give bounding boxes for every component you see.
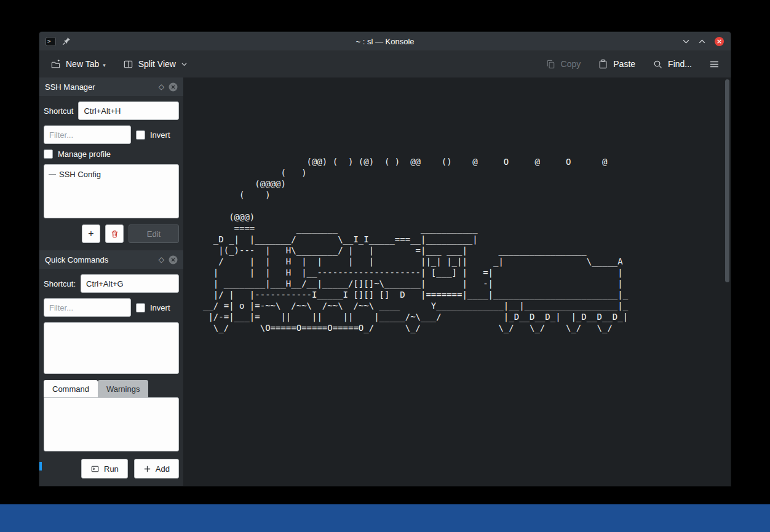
ssh-config-item-label: SSH Config <box>59 170 101 179</box>
close-circle-icon <box>169 255 178 264</box>
tree-branch-icon <box>49 174 56 175</box>
terminal-scrollbar[interactable] <box>725 79 729 484</box>
quick-commands-title: Quick Commands <box>45 255 108 264</box>
sidebar: SSH Manager ◇ <box>39 77 183 486</box>
scrollbar-handle[interactable] <box>725 79 729 282</box>
command-editor[interactable] <box>44 397 179 451</box>
plus-icon <box>143 465 151 473</box>
split-view-label: Split View <box>138 59 176 69</box>
ssh-manager-header[interactable]: SSH Manager ◇ <box>39 77 183 96</box>
desktop: > ~ : sl — Konsole <box>0 0 770 532</box>
delete-profile-button[interactable] <box>105 224 124 243</box>
add-label: Add <box>156 464 170 474</box>
terminal-output[interactable]: (@@) ( ) (@) ( ) @@ () @ O @ O @ ( ) (@@… <box>203 156 628 333</box>
hamburger-icon <box>709 59 720 69</box>
list-item[interactable]: SSH Config <box>44 167 178 181</box>
konsole-window: > ~ : sl — Konsole <box>39 32 731 486</box>
close-circle-icon <box>169 82 178 92</box>
paste-button[interactable]: Paste <box>598 59 635 69</box>
run-button[interactable]: Run <box>81 459 128 478</box>
qc-shortcut-input[interactable] <box>81 274 179 293</box>
float-diamond-icon: ◇ <box>159 256 164 263</box>
find-button[interactable]: Find... <box>653 59 692 69</box>
chevron-down-icon <box>682 38 690 46</box>
tab-warnings[interactable]: Warnings <box>98 380 148 397</box>
add-profile-button[interactable]: + <box>82 224 100 243</box>
ssh-filter-input[interactable] <box>44 125 131 144</box>
run-icon <box>90 464 100 474</box>
split-view-button[interactable]: Split View <box>123 59 188 69</box>
copy-label: Copy <box>561 59 581 69</box>
window-title: ~ : sl — Konsole <box>39 37 731 46</box>
add-command-button[interactable]: Add <box>134 459 179 478</box>
main-toolbar: New Tab ▾ Split View <box>39 50 731 77</box>
copy-button[interactable]: Copy <box>546 59 581 69</box>
manage-profile-label: Manage profile <box>58 149 111 159</box>
paste-label: Paste <box>613 59 635 69</box>
ssh-shortcut-input[interactable] <box>78 101 179 120</box>
menu-button[interactable] <box>709 59 720 69</box>
float-diamond-icon: ◇ <box>159 83 164 90</box>
new-tab-dropdown-caret-icon: ▾ <box>103 62 106 68</box>
float-panel-button[interactable]: ◇ <box>159 256 164 263</box>
ssh-manager-panel: SSH Manager ◇ <box>44 77 179 243</box>
window-controls <box>682 36 724 47</box>
titlebar-left: > <box>46 37 71 46</box>
qc-invert-label: Invert <box>150 303 170 312</box>
chevron-down-icon <box>181 61 188 68</box>
close-panel-button[interactable] <box>169 82 178 92</box>
float-panel-button[interactable]: ◇ <box>159 83 164 90</box>
ssh-invert-checkbox[interactable] <box>136 130 145 140</box>
qc-shortcut-label: Shortcut: <box>44 279 76 288</box>
konsole-app-icon: > <box>46 37 56 46</box>
titlebar[interactable]: > ~ : sl — Konsole <box>39 32 731 50</box>
ssh-manager-title: SSH Manager <box>45 82 95 92</box>
quick-commands-header[interactable]: Quick Commands ◇ <box>39 250 183 269</box>
edit-button[interactable]: Edit <box>129 224 179 243</box>
ssh-invert-label: Invert <box>150 130 170 140</box>
qc-filter-input[interactable] <box>44 298 131 317</box>
qc-invert-checkbox[interactable] <box>136 303 145 312</box>
pin-icon[interactable] <box>62 37 71 46</box>
qc-tab-bar: Command Warnings <box>44 380 179 397</box>
new-tab-label: New Tab <box>66 59 99 69</box>
accent-mark <box>39 462 42 470</box>
minimize-button[interactable] <box>682 38 690 46</box>
tab-command[interactable]: Command <box>44 380 98 397</box>
split-view-icon <box>123 59 133 69</box>
new-tab-button[interactable]: New Tab ▾ <box>50 59 106 69</box>
ssh-shortcut-label: Shortcut <box>44 106 73 116</box>
chevron-up-icon <box>698 38 706 46</box>
find-label: Find... <box>668 59 692 69</box>
run-label: Run <box>104 464 119 474</box>
terminal-view[interactable]: (@@) ( ) (@) ( ) @@ () @ O @ O @ ( ) (@@… <box>183 77 731 486</box>
close-panel-button[interactable] <box>169 255 178 264</box>
manage-profile-checkbox[interactable] <box>44 149 53 159</box>
close-icon <box>714 36 724 47</box>
copy-icon <box>546 59 556 69</box>
desktop-panel-strip <box>0 504 770 532</box>
new-tab-icon <box>50 59 61 69</box>
trash-icon <box>110 229 119 239</box>
window-body: SSH Manager ◇ <box>39 77 731 486</box>
maximize-button[interactable] <box>698 38 706 46</box>
quick-commands-panel: Quick Commands ◇ <box>44 250 179 478</box>
close-button[interactable] <box>714 36 724 47</box>
ssh-profiles-list[interactable]: SSH Config <box>44 164 179 218</box>
quick-commands-list[interactable] <box>44 322 179 374</box>
search-icon <box>653 59 663 69</box>
paste-icon <box>598 59 608 69</box>
